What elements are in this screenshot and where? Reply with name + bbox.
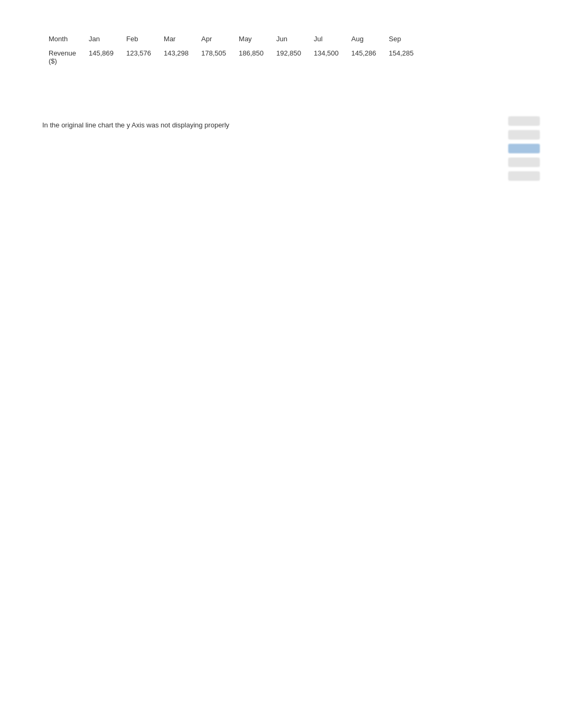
jul-header: Jul — [307, 32, 345, 46]
aug-value: 145,286 — [345, 46, 382, 68]
jul-value: 134,500 — [307, 46, 345, 68]
month-header: Month — [42, 32, 82, 46]
thumbnail-5[interactable] — [508, 171, 540, 181]
revenue-label: Revenue ($) — [42, 46, 82, 68]
revenue-row: Revenue ($) 145,869 123,576 143,298 178,… — [42, 46, 420, 68]
revenue-table: Month Jan Feb Mar Apr May Jun Jul Aug Se… — [42, 32, 420, 68]
thumbnail-2[interactable] — [508, 130, 540, 140]
apr-header: Apr — [195, 32, 232, 46]
mar-header: Mar — [157, 32, 195, 46]
jan-value: 145,869 — [82, 46, 120, 68]
sep-value: 154,285 — [382, 46, 420, 68]
thumbnail-4[interactable] — [508, 158, 540, 167]
thumbnail-3[interactable] — [508, 144, 540, 153]
jan-header: Jan — [82, 32, 120, 46]
may-header: May — [232, 32, 270, 46]
jun-header: Jun — [270, 32, 307, 46]
sep-header: Sep — [382, 32, 420, 46]
mar-value: 143,298 — [157, 46, 195, 68]
jun-value: 192,850 — [270, 46, 307, 68]
apr-value: 178,505 — [195, 46, 232, 68]
table-header-row: Month Jan Feb Mar Apr May Jun Jul Aug Se… — [42, 32, 420, 46]
right-thumbnails — [508, 116, 540, 181]
may-value: 186,850 — [232, 46, 270, 68]
thumbnail-1[interactable] — [508, 116, 540, 126]
main-content: Month Jan Feb Mar Apr May Jun Jul Aug Se… — [0, 0, 561, 161]
feb-header: Feb — [120, 32, 157, 46]
aug-header: Aug — [345, 32, 382, 46]
feb-value: 123,576 — [120, 46, 157, 68]
note-text: In the original line chart the y Axis wa… — [42, 121, 519, 129]
